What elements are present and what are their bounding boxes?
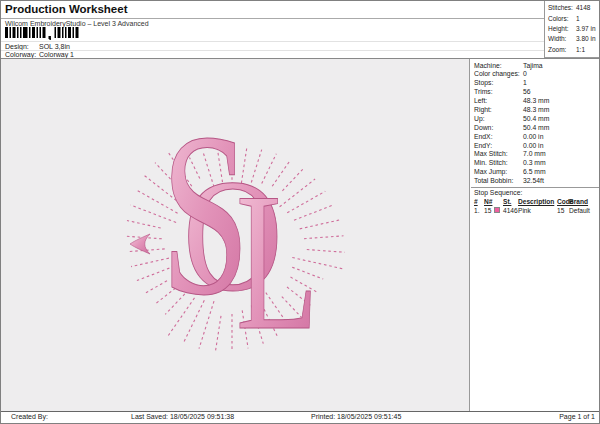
info-value: 32.54ft [523, 177, 544, 184]
info-row-max-stitch: Max Stitch:7.0 mm [471, 150, 600, 159]
info-value: 0 [523, 70, 527, 77]
page-number: Page 1 of 1 [559, 413, 595, 420]
info-row-total-bobbin: Total Bobbin:32.54ft [471, 177, 600, 186]
last-saved-text: Last Saved: 18/05/2025 09:51:38 [131, 413, 234, 420]
info-row-max-jump: Max Jump:6.5 mm [471, 168, 600, 177]
stat-width: Width:3.80 in [548, 35, 600, 43]
stop-sequence-header-row: # N# St. Description Code Brand [471, 198, 600, 206]
info-row-right: Right:48.3 mm [471, 106, 600, 115]
info-value: 0.00 in [523, 133, 543, 140]
machine-info-panel: Machine:Tajima Color changes:0 Stops:1 T… [471, 59, 600, 411]
colorway-label: Colorway: [5, 51, 36, 58]
sol-monogram-embroidery-image: O L S [82, 104, 382, 384]
thread-color-swatch [494, 207, 500, 213]
info-value: 48.3 mm [523, 97, 549, 104]
stat-value: 3.80 in [576, 35, 596, 42]
stat-label: Height: [548, 25, 569, 32]
info-row-endy: EndY:0.00 in [471, 142, 600, 151]
info-row-left: Left:48.3 mm [471, 97, 600, 106]
info-value: 0.3 mm [523, 159, 546, 166]
info-label: Right: [474, 106, 492, 113]
info-value: 56 [523, 88, 531, 95]
info-row-min-stitch: Min. Stitch:0.3 mm [471, 159, 600, 168]
summary-stats-box: Stitches:4148 Colors:1 Height:3.97 in Wi… [544, 1, 600, 58]
cell-brand: Default [569, 207, 590, 214]
monogram-letter-s: S [161, 104, 250, 343]
info-value: 0.00 in [523, 142, 543, 149]
info-value: 7.0 mm [523, 150, 546, 157]
title-divider [1, 18, 545, 19]
software-name: Wilcom EmbroideryStudio – Level 3 Advanc… [5, 20, 149, 27]
info-label: Machine: [474, 62, 502, 69]
info-label: Up: [474, 115, 485, 122]
info-value: 1 [523, 79, 527, 86]
stat-label: Colors: [548, 15, 569, 22]
page-title: Production Worksheet [5, 3, 127, 15]
info-label: Down: [474, 124, 493, 131]
cell-stitches: 4146 [503, 207, 518, 214]
stat-value: 1:1 [576, 46, 585, 53]
info-value: 48.3 mm [523, 106, 549, 113]
stat-stitches: Stitches:4148 [548, 4, 600, 12]
col-brand: Brand [569, 198, 588, 205]
info-row-down: Down:50.4 mm [471, 124, 600, 133]
info-row-machine: Machine:Tajima [471, 62, 600, 71]
col-description: Description [518, 198, 554, 205]
info-label: Stops: [474, 79, 493, 86]
stat-label: Zoom: [548, 46, 566, 53]
stat-colors: Colors:1 [548, 15, 600, 23]
info-value: 6.5 mm [523, 168, 546, 175]
info-label: EndX: [474, 133, 493, 140]
info-row-stops: Stops:1 [471, 79, 600, 88]
info-label: Trims: [474, 88, 493, 95]
info-label: Color changes: [474, 70, 520, 77]
col-stitches: St. [503, 198, 511, 205]
stat-label: Stitches: [548, 4, 573, 11]
stat-value: 3.97 in [576, 25, 596, 32]
info-label: EndY: [474, 142, 492, 149]
cell-num: 1. [474, 207, 480, 214]
created-by-label: Created By: [11, 413, 48, 420]
col-num: # [474, 198, 478, 205]
cell-needle: 15 [484, 207, 491, 214]
header-divider-2 [1, 50, 545, 51]
info-value: Tajima [523, 62, 543, 69]
colorway-row: Colorway: Colorway 1 [5, 51, 36, 58]
info-label: Max Stitch: [474, 150, 508, 157]
machine-info-rows: Machine:Tajima Color changes:0 Stops:1 T… [471, 59, 600, 186]
info-row-up: Up:50.4 mm [471, 115, 600, 124]
colorway-value: Colorway 1 [39, 51, 74, 58]
header-divider-1 [1, 41, 545, 42]
stat-label: Width: [548, 35, 566, 42]
cell-description: Pink [518, 207, 531, 214]
design-value: SOL 3,8in [39, 43, 70, 50]
stat-zoom: Zoom:1:1 [548, 46, 600, 54]
info-label: Max Jump: [474, 168, 507, 175]
stop-sequence-row: 1. 15 4146 Pink 15 Default [471, 207, 600, 215]
design-label: Design: [5, 43, 29, 50]
design-name-row: Design: SOL 3,8in [5, 43, 29, 50]
info-row-trims: Trims:56 [471, 88, 600, 97]
stat-value: 1 [576, 15, 580, 22]
info-label: Total Bobbin: [474, 177, 513, 184]
panel-divider [471, 187, 600, 188]
info-row-endx: EndX:0.00 in [471, 133, 600, 142]
cell-code: 15 [557, 207, 564, 214]
info-value: 50.4 mm [523, 115, 549, 122]
info-row-color-changes: Color changes:0 [471, 70, 600, 79]
info-value: 50.4 mm [523, 124, 549, 131]
stop-sequence-title: Stop Sequence: [474, 189, 522, 196]
info-label: Min. Stitch: [474, 159, 508, 166]
col-needle: N# [484, 198, 492, 205]
barcode-icon [5, 27, 83, 40]
production-worksheet-page: Production Worksheet Wilcom EmbroiderySt… [0, 0, 600, 424]
footer-bar: Created By: Last Saved: 18/05/2025 09:51… [1, 413, 599, 424]
design-preview-area: O L S [1, 59, 470, 411]
stat-value: 4148 [576, 4, 590, 11]
printed-text: Printed: 18/05/2025 09:51:45 [311, 413, 401, 420]
stat-height: Height:3.97 in [548, 25, 600, 33]
info-label: Left: [474, 97, 487, 104]
